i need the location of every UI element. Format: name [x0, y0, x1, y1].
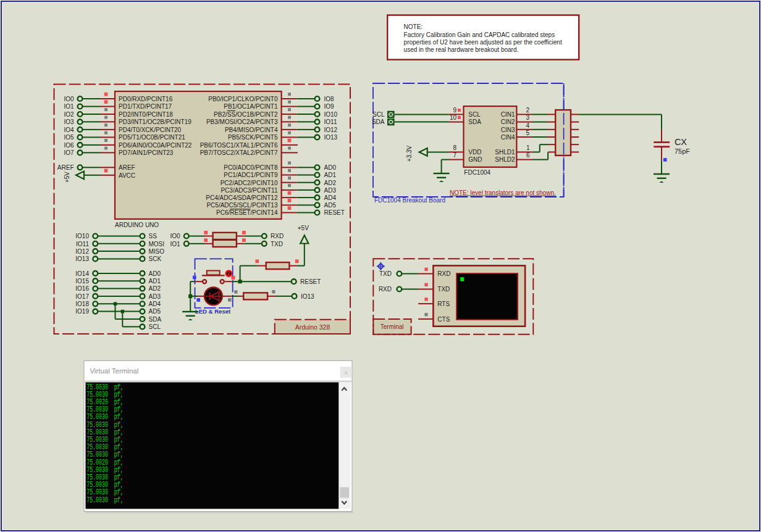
svg-text:TXD: TXD — [271, 241, 283, 247]
svg-text:AD4: AD4 — [324, 194, 337, 201]
svg-text:AD2: AD2 — [324, 180, 337, 186]
svg-text:7: 7 — [453, 152, 456, 159]
svg-text:RXD: RXD — [271, 233, 284, 239]
svg-text:CIN4: CIN4 — [501, 134, 515, 141]
svg-text:×: × — [344, 369, 348, 376]
svg-text:PC4/ADC4/SDA/PCINT12: PC4/ADC4/SDA/PCINT12 — [206, 194, 278, 201]
svg-text:FDC1004 Breakout Board: FDC1004 Breakout Board — [374, 197, 445, 204]
svg-text:IO4: IO4 — [64, 127, 74, 133]
svg-text:AVCC: AVCC — [119, 172, 135, 179]
svg-text:IO12: IO12 — [324, 127, 338, 133]
svg-text:PC2/ADC2/PCINT10: PC2/ADC2/PCINT10 — [221, 180, 278, 186]
svg-text:8: 8 — [453, 144, 456, 151]
svg-text:5: 5 — [526, 130, 530, 136]
svg-text:NOTE:: NOTE: — [404, 23, 423, 30]
svg-text:10: 10 — [450, 114, 457, 121]
svg-text:SS: SS — [149, 233, 158, 239]
svg-text:AD3: AD3 — [324, 187, 337, 194]
svg-text:IO12: IO12 — [75, 248, 89, 255]
svg-text:AD5: AD5 — [149, 308, 161, 315]
svg-text:IO9: IO9 — [324, 103, 335, 110]
svg-text:+3.3V: +3.3V — [406, 145, 413, 162]
svg-text:Terminal: Terminal — [380, 323, 404, 330]
svg-text:SCL: SCL — [468, 111, 481, 118]
svg-text:CTS: CTS — [437, 316, 450, 323]
svg-text:IO11: IO11 — [324, 118, 337, 125]
svg-text:SDA: SDA — [468, 118, 481, 125]
svg-text:AD4: AD4 — [149, 301, 161, 307]
svg-text:AD2: AD2 — [149, 285, 161, 292]
svg-text:PD2/INT0/PCINT18: PD2/INT0/PCINT18 — [119, 111, 173, 118]
svg-text:2: 2 — [526, 107, 530, 114]
svg-text:IO10: IO10 — [75, 233, 89, 239]
svg-text:IO2: IO2 — [64, 111, 74, 118]
svg-text:ARDUINO UNO: ARDUINO UNO — [115, 222, 159, 228]
svg-text:CIN1: CIN1 — [501, 111, 515, 118]
svg-text:PB4/MISO/PCINT4: PB4/MISO/PCINT4 — [225, 127, 278, 133]
svg-text:IO1: IO1 — [170, 241, 180, 247]
svg-text:NOTE: level translators are no: NOTE: level translators are not shown. — [450, 189, 556, 196]
svg-text:75.0030 pf,: 75.0030 pf, — [86, 496, 124, 505]
svg-text:AREF: AREF — [119, 164, 135, 171]
svg-text:CIN2: CIN2 — [501, 118, 515, 125]
svg-text:PB5/SCK/PCINT5: PB5/SCK/PCINT5 — [228, 134, 278, 141]
svg-text:PC5/ADC5/SCL/PCINT13: PC5/ADC5/SCL/PCINT13 — [206, 202, 277, 209]
svg-text:IO17: IO17 — [75, 293, 89, 300]
svg-text:RESET: RESET — [300, 278, 321, 285]
svg-text:RTS: RTS — [437, 301, 450, 307]
svg-text:PC6/RESET/PCINT14: PC6/RESET/PCINT14 — [216, 209, 278, 216]
svg-text:PD4/T0/XCK/PCINT20: PD4/T0/XCK/PCINT20 — [119, 127, 182, 133]
svg-text:+5V: +5V — [298, 225, 309, 231]
svg-text:PD3/INT1/OC2B/PCINT19: PD3/INT1/OC2B/PCINT19 — [119, 118, 191, 125]
svg-text:PB0/ICP1/CLKO/PCINT0: PB0/ICP1/CLKO/PCINT0 — [208, 96, 278, 102]
svg-text:IO13: IO13 — [301, 293, 314, 300]
svg-text:IO19: IO19 — [75, 308, 89, 315]
svg-text:9: 9 — [453, 107, 456, 114]
svg-text:PC3/ADC3/PCINT11: PC3/ADC3/PCINT11 — [221, 187, 278, 194]
svg-text:PD0/RXD/PCINT16: PD0/RXD/PCINT16 — [119, 96, 173, 102]
svg-text:6: 6 — [526, 152, 530, 159]
svg-text:IO15: IO15 — [75, 278, 89, 285]
svg-text:IO8: IO8 — [324, 96, 335, 102]
svg-text:Factory Calibration Gain and C: Factory Calibration Gain and CAPDAC cali… — [404, 31, 555, 38]
svg-text:75pF: 75pF — [675, 148, 690, 155]
svg-text:used in the real hardware brea: used in the real hardware breakout board… — [404, 46, 519, 53]
svg-text:PC0/ADC0/PCINT8: PC0/ADC0/PCINT8 — [224, 164, 278, 171]
svg-text:SDA: SDA — [372, 118, 385, 125]
svg-text:AD0: AD0 — [324, 164, 337, 171]
svg-text:AREF: AREF — [57, 164, 74, 171]
svg-text:AD5: AD5 — [324, 202, 337, 209]
svg-text:AD1: AD1 — [149, 278, 161, 285]
svg-text:PB3/MOSI/OC2A/PCINT3: PB3/MOSI/OC2A/PCINT3 — [206, 118, 278, 125]
svg-text:PD1/TXD/PCINT17: PD1/TXD/PCINT17 — [119, 103, 172, 110]
svg-text:IO13: IO13 — [75, 256, 89, 262]
svg-text:PB1/OC1A/PCINT1: PB1/OC1A/PCINT1 — [224, 103, 278, 110]
svg-text:PD7/AIN1/PCINT23: PD7/AIN1/PCINT23 — [119, 149, 174, 156]
svg-text:1: 1 — [526, 144, 530, 151]
svg-text:SHLD1: SHLD1 — [495, 149, 515, 156]
svg-text:CX: CX — [675, 137, 687, 147]
svg-text:TXD: TXD — [437, 286, 450, 293]
svg-text:IO14: IO14 — [75, 270, 89, 277]
svg-text:IO16: IO16 — [75, 285, 89, 292]
svg-text:+5V: +5V — [64, 172, 70, 183]
svg-text:SCK: SCK — [149, 256, 162, 262]
svg-text:PB2/SS/OC1B/PCINT2: PB2/SS/OC1B/PCINT2 — [214, 111, 278, 118]
svg-text:SDA: SDA — [149, 316, 162, 323]
svg-text:IO7: IO7 — [64, 149, 74, 156]
svg-text:AD1: AD1 — [324, 172, 337, 178]
svg-text:PD6/AIN0/OC0A/PCINT22: PD6/AIN0/OC0A/PCINT22 — [119, 142, 192, 149]
svg-text:IO5: IO5 — [64, 134, 74, 141]
svg-text:Virtual Terminal: Virtual Terminal — [90, 367, 138, 375]
svg-text:TXD: TXD — [379, 270, 392, 277]
svg-text:properties of U2 have been adj: properties of U2 have been adjusted as p… — [404, 39, 562, 46]
svg-text:PB6/TOSC1/XTAL1/PCINT6: PB6/TOSC1/XTAL1/PCINT6 — [200, 142, 278, 149]
svg-text:MISO: MISO — [149, 248, 165, 255]
svg-text:LED & Reset: LED & Reset — [195, 308, 231, 315]
svg-text:AD3: AD3 — [149, 293, 161, 300]
svg-text:IO0: IO0 — [64, 96, 74, 102]
svg-text:4: 4 — [526, 122, 530, 129]
svg-text:SCL: SCL — [149, 323, 161, 330]
svg-text:IO0: IO0 — [170, 233, 180, 239]
svg-text:RXD: RXD — [379, 286, 392, 293]
